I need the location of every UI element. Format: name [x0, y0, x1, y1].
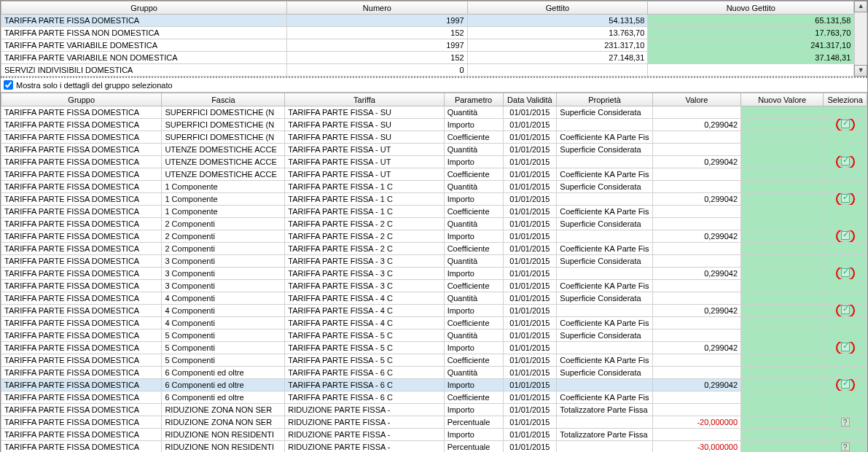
detail-row[interactable]: TARIFFA PARTE FISSA DOMESTICA6 Component…	[1, 367, 867, 379]
detail-row[interactable]: TARIFFA PARTE FISSA DOMESTICA4 Component…	[1, 305, 867, 317]
det-nuovovalore[interactable]	[741, 131, 824, 144]
detail-row[interactable]: TARIFFA PARTE FISSA DOMESTICA5 Component…	[1, 330, 867, 342]
det-seleziona[interactable]	[824, 193, 867, 206]
detail-row[interactable]: TARIFFA PARTE FISSA DOMESTICA1 Component…	[1, 193, 867, 206]
detail-row[interactable]: TARIFFA PARTE FISSA DOMESTICA2 Component…	[1, 218, 867, 230]
det-nuovovalore[interactable]	[741, 193, 824, 206]
det-nuovovalore[interactable]	[741, 441, 824, 453]
summary-scrollbar[interactable]: ▲ ▼	[854, 1, 867, 77]
detail-row[interactable]: TARIFFA PARTE FISSA DOMESTICA4 Component…	[1, 292, 867, 305]
det-nuovovalore[interactable]	[741, 156, 824, 168]
detcol-data[interactable]: Data Validità	[503, 93, 557, 106]
detail-row[interactable]: TARIFFA PARTE FISSA DOMESTICARIDUZIONE Z…	[1, 404, 867, 416]
det-seleziona[interactable]	[824, 181, 867, 193]
checkbox-icon[interactable]	[841, 231, 850, 240]
det-seleziona[interactable]	[824, 230, 867, 243]
det-seleziona[interactable]	[824, 255, 867, 268]
checkbox-icon[interactable]	[841, 305, 850, 314]
checkbox-icon[interactable]	[841, 268, 850, 277]
detail-row[interactable]: TARIFFA PARTE FISSA DOMESTICA1 Component…	[1, 206, 867, 218]
det-seleziona[interactable]	[824, 292, 867, 305]
detcol-seleziona[interactable]: Seleziona	[824, 93, 867, 106]
det-nuovovalore[interactable]	[741, 354, 824, 367]
scroll-track[interactable]	[854, 12, 867, 65]
detail-row[interactable]: TARIFFA PARTE FISSA DOMESTICA6 Component…	[1, 379, 867, 391]
question-icon[interactable]: ?	[841, 418, 850, 426]
det-nuovovalore[interactable]	[741, 280, 824, 292]
col-gruppo[interactable]: Gruppo	[1, 1, 287, 15]
detcol-tariffa[interactable]: Tariffa	[285, 93, 444, 106]
detcol-parametro[interactable]: Parametro	[444, 93, 503, 106]
det-nuovovalore[interactable]	[741, 218, 824, 230]
detail-row[interactable]: TARIFFA PARTE FISSA DOMESTICAUTENZE DOME…	[1, 144, 867, 156]
detail-row[interactable]: TARIFFA PARTE FISSA DOMESTICA5 Component…	[1, 354, 867, 367]
filter-checkbox[interactable]	[4, 80, 13, 90]
detcol-valore[interactable]: Valore	[652, 93, 740, 106]
detail-row[interactable]: TARIFFA PARTE FISSA DOMESTICASUPERFICI D…	[1, 131, 867, 144]
summary-row[interactable]: TARIFFA PARTE VARIABILE NON DOMESTICA152…	[1, 52, 854, 64]
scroll-up-icon[interactable]: ▲	[854, 1, 867, 12]
det-seleziona[interactable]	[824, 404, 867, 416]
detail-row[interactable]: TARIFFA PARTE FISSA DOMESTICA3 Component…	[1, 280, 867, 292]
detail-row[interactable]: TARIFFA PARTE FISSA DOMESTICA4 Component…	[1, 317, 867, 330]
det-seleziona[interactable]	[824, 354, 867, 367]
det-nuovovalore[interactable]	[741, 416, 824, 429]
detail-row[interactable]: TARIFFA PARTE FISSA DOMESTICA5 Component…	[1, 342, 867, 354]
det-nuovovalore[interactable]	[741, 168, 824, 181]
detcol-fascia[interactable]: Fascia	[162, 93, 285, 106]
detail-row[interactable]: TARIFFA PARTE FISSA DOMESTICARIDUZIONE N…	[1, 441, 867, 453]
det-seleziona[interactable]	[824, 144, 867, 156]
checkbox-icon[interactable]	[841, 380, 850, 389]
summary-row[interactable]: TARIFFA PARTE VARIABILE DOMESTICA1997231…	[1, 39, 854, 52]
det-seleziona[interactable]	[824, 156, 867, 168]
det-nuovovalore[interactable]	[741, 206, 824, 218]
det-nuovovalore[interactable]	[741, 305, 824, 317]
detail-row[interactable]: TARIFFA PARTE FISSA DOMESTICA3 Component…	[1, 268, 867, 280]
det-seleziona[interactable]	[824, 131, 867, 144]
detail-row[interactable]: TARIFFA PARTE FISSA DOMESTICA6 Component…	[1, 391, 867, 404]
det-nuovovalore[interactable]	[741, 330, 824, 342]
det-nuovovalore[interactable]	[741, 230, 824, 243]
det-nuovovalore[interactable]	[741, 181, 824, 193]
det-seleziona[interactable]	[824, 106, 867, 119]
detcol-gruppo[interactable]: Gruppo	[1, 93, 162, 106]
det-seleziona[interactable]	[824, 379, 867, 391]
checkbox-icon[interactable]	[841, 194, 850, 203]
det-nuovovalore[interactable]	[741, 429, 824, 441]
checkbox-icon[interactable]	[841, 157, 850, 165]
det-nuovovalore[interactable]	[741, 292, 824, 305]
det-nuovovalore[interactable]	[741, 243, 824, 255]
det-seleziona[interactable]: ?	[824, 416, 867, 429]
det-nuovovalore[interactable]	[741, 404, 824, 416]
det-seleziona[interactable]	[824, 330, 867, 342]
det-seleziona[interactable]	[824, 119, 867, 131]
det-nuovovalore[interactable]	[741, 106, 824, 119]
checkbox-icon[interactable]	[841, 343, 850, 351]
detcol-proprieta[interactable]: Proprietà	[557, 93, 652, 106]
summary-row[interactable]: TARIFFA PARTE FISSA DOMESTICA199754.131,…	[1, 15, 854, 27]
detail-row[interactable]: TARIFFA PARTE FISSA DOMESTICA3 Component…	[1, 255, 867, 268]
det-seleziona[interactable]	[824, 206, 867, 218]
checkbox-icon[interactable]	[841, 120, 850, 128]
det-seleziona[interactable]	[824, 268, 867, 280]
detail-row[interactable]: TARIFFA PARTE FISSA DOMESTICASUPERFICI D…	[1, 106, 867, 119]
det-seleziona[interactable]	[824, 243, 867, 255]
detail-row[interactable]: TARIFFA PARTE FISSA DOMESTICAUTENZE DOME…	[1, 168, 867, 181]
det-nuovovalore[interactable]	[741, 119, 824, 131]
det-nuovovalore[interactable]	[741, 144, 824, 156]
col-nuovo-gettito[interactable]: Nuovo Gettito	[648, 1, 854, 15]
det-nuovovalore[interactable]	[741, 379, 824, 391]
det-seleziona[interactable]	[824, 342, 867, 354]
detcol-nuovovalore[interactable]: Nuovo Valore	[741, 93, 824, 106]
det-seleziona[interactable]	[824, 429, 867, 441]
det-seleziona[interactable]	[824, 280, 867, 292]
det-nuovovalore[interactable]	[741, 317, 824, 330]
det-seleziona[interactable]	[824, 218, 867, 230]
detail-row[interactable]: TARIFFA PARTE FISSA DOMESTICA2 Component…	[1, 243, 867, 255]
col-numero[interactable]: Numero	[287, 1, 468, 15]
detail-row[interactable]: TARIFFA PARTE FISSA DOMESTICAUTENZE DOME…	[1, 156, 867, 168]
detail-row[interactable]: TARIFFA PARTE FISSA DOMESTICARIDUZIONE Z…	[1, 416, 867, 429]
det-nuovovalore[interactable]	[741, 342, 824, 354]
summary-row[interactable]: SERVIZI INDIVISIBILI DOMESTICA0	[1, 64, 854, 77]
det-nuovovalore[interactable]	[741, 268, 824, 280]
